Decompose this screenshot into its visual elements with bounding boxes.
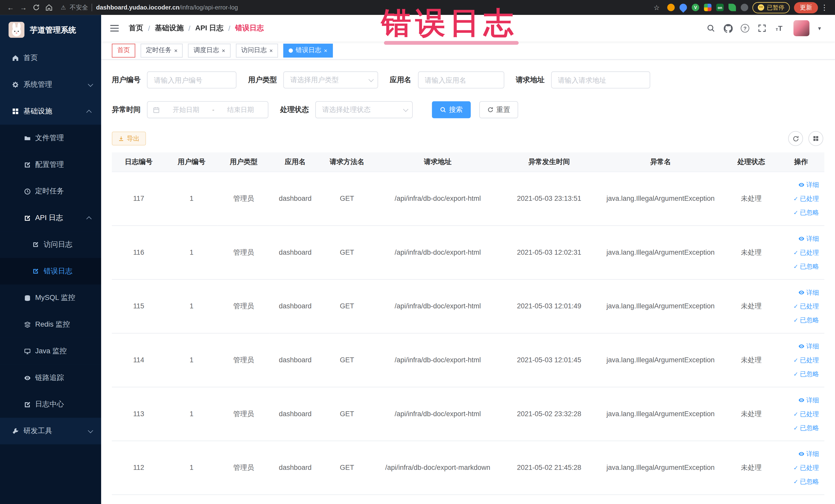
refresh-icon[interactable]	[788, 131, 803, 146]
chrome-update-button[interactable]: 更新	[794, 2, 818, 13]
font-size-icon[interactable]	[772, 21, 786, 35]
filter-user-id: 用户编号	[112, 72, 237, 88]
browser-forward-icon[interactable]	[17, 1, 30, 14]
sidebar-item-system-management[interactable]: 系统管理	[0, 72, 101, 98]
mark-ignored-link[interactable]: 已忽略	[777, 367, 819, 381]
browser-refresh-icon[interactable]	[30, 1, 43, 14]
cell-request-url: /api/infra/db-doc/export-html	[373, 333, 502, 387]
app-logo[interactable]: 芋道管理系统	[0, 15, 101, 45]
tab-home[interactable]: 首页	[112, 43, 135, 57]
mark-processed-link[interactable]: 已处理	[777, 407, 819, 421]
cell-method: GET	[321, 279, 373, 333]
check-icon	[793, 367, 798, 381]
extension-plug-icon[interactable]	[741, 4, 748, 11]
sidebar-item-java-monitor[interactable]: Java 监控	[0, 338, 101, 365]
sidebar-item-dev-tools[interactable]: 研发工具	[0, 418, 101, 444]
sidebar-item-config-management[interactable]: 配置管理	[0, 151, 101, 178]
mark-ignored-link[interactable]: 已忽略	[777, 421, 819, 435]
sidebar-item-tracing[interactable]: 链路追踪	[0, 364, 101, 391]
column-settings-icon[interactable]	[808, 131, 823, 146]
user-id-input[interactable]	[147, 72, 237, 88]
close-icon[interactable]	[324, 47, 327, 54]
mark-ignored-link[interactable]: 已忽略	[777, 259, 819, 273]
sidebar-item-api-log[interactable]: API 日志	[0, 205, 101, 231]
close-icon[interactable]	[269, 47, 272, 54]
bookmark-star-icon[interactable]	[650, 1, 663, 14]
close-icon[interactable]	[174, 47, 177, 54]
extension-vue-devtools-icon[interactable]	[692, 4, 699, 11]
hamburger-icon[interactable]	[108, 22, 120, 34]
address-divider	[92, 4, 93, 11]
mark-processed-link[interactable]: 已处理	[777, 299, 819, 313]
exception-time-label: 异常时间	[112, 105, 141, 115]
breadcrumb-infrastructure[interactable]: 基础设施	[155, 23, 184, 33]
page-url[interactable]: dashboard.yudao.iocoder.cn/infra/log/api…	[96, 4, 238, 11]
sidebar-item-scheduled-jobs[interactable]: 定时任务	[0, 178, 101, 205]
extension-leaf-icon[interactable]	[729, 4, 736, 11]
sidebar-item-infrastructure[interactable]: 基础设施	[0, 98, 101, 125]
fullscreen-icon[interactable]	[755, 21, 769, 35]
cell-request-url: /api/infra/db-doc/export-html	[373, 225, 502, 279]
request-url-input[interactable]	[551, 72, 650, 88]
sidebar-item-mysql-monitor[interactable]: MySQL 监控	[0, 284, 101, 311]
extension-orange-icon[interactable]	[667, 4, 675, 11]
table-tools	[788, 131, 824, 146]
log-icon	[23, 214, 31, 222]
mark-ignored-link[interactable]: 已忽略	[777, 313, 819, 327]
date-range-picker[interactable]: 开始日期 - 结束日期	[147, 101, 268, 118]
sidebar-item-error-log[interactable]: 错误日志	[0, 258, 101, 284]
user-type-select[interactable]: 请选择用户类型	[283, 72, 378, 88]
detail-link[interactable]: 详细	[777, 393, 819, 407]
cell-actions: 详细 已处理 已忽略	[777, 333, 824, 387]
avatar-caret-icon[interactable]	[813, 21, 827, 35]
mark-processed-link[interactable]: 已处理	[777, 353, 819, 367]
paused-badge[interactable]: 已暂停	[752, 2, 790, 13]
chevron-down-icon	[88, 428, 93, 433]
search-icon[interactable]	[704, 21, 718, 35]
extension-drop-icon[interactable]	[678, 2, 688, 13]
tab-job-log[interactable]: 调度日志	[188, 43, 230, 57]
close-icon[interactable]	[222, 47, 225, 54]
mark-processed-link[interactable]: 已处理	[777, 245, 819, 259]
reset-button[interactable]: 重置	[479, 101, 518, 118]
mark-ignored-link[interactable]: 已忽略	[777, 475, 819, 488]
user-avatar[interactable]	[793, 20, 809, 36]
sidebar-item-redis-monitor[interactable]: Redis 监控	[0, 311, 101, 338]
process-status-select[interactable]: 请选择处理状态	[315, 101, 413, 118]
cell-log-id: 116	[112, 225, 166, 279]
detail-link[interactable]: 详细	[777, 285, 819, 299]
help-icon[interactable]	[738, 21, 752, 35]
detail-link[interactable]: 详细	[777, 178, 819, 191]
extension-on-badge[interactable]: on	[716, 4, 724, 11]
detail-link[interactable]: 详细	[777, 231, 819, 245]
detail-link[interactable]: 详细	[777, 447, 819, 461]
cell-exception-name: java.lang.IllegalArgumentException	[596, 279, 725, 333]
sidebar-item-log-center[interactable]: 日志中心	[0, 391, 101, 418]
browser-home-icon[interactable]	[43, 1, 56, 14]
mark-processed-link[interactable]: 已处理	[777, 461, 819, 475]
sidebar-item-home[interactable]: 首页	[0, 45, 101, 72]
sidebar-item-access-log[interactable]: 访问日志	[0, 231, 101, 258]
cell-user-id: 1	[166, 279, 218, 333]
mark-processed-link[interactable]: 已处理	[777, 191, 819, 205]
sidebar-item-file-management[interactable]: 文件管理	[0, 125, 101, 152]
breadcrumb-api-log[interactable]: API 日志	[195, 23, 224, 33]
cell-actions: 详细 已处理 已忽略	[777, 441, 824, 495]
error-log-table: 日志编号 用户编号 用户类型 应用名 请求方法名 请求地址 异常发生时间 异常名…	[112, 152, 824, 495]
tab-error-log[interactable]: 错误日志	[283, 43, 333, 57]
github-icon[interactable]	[721, 21, 735, 35]
search-button[interactable]: 搜索	[432, 101, 471, 118]
browser-menu-icon[interactable]	[818, 1, 831, 14]
browser-back-icon[interactable]	[4, 1, 17, 14]
tab-access-log[interactable]: 访问日志	[236, 43, 278, 57]
mark-ignored-link[interactable]: 已忽略	[777, 205, 819, 219]
tab-scheduled-jobs[interactable]: 定时任务	[141, 43, 183, 57]
detail-link[interactable]: 详细	[777, 339, 819, 353]
cell-method: GET	[321, 225, 373, 279]
request-url-label: 请求地址	[516, 75, 545, 85]
extension-grid-icon[interactable]	[704, 4, 712, 11]
export-button[interactable]: 导出	[112, 132, 146, 146]
address-bar[interactable]: 不安全 dashboard.yudao.iocoder.cn/infra/log…	[61, 3, 238, 11]
app-name-input[interactable]	[418, 72, 504, 88]
breadcrumb-home[interactable]: 首页	[129, 23, 143, 33]
